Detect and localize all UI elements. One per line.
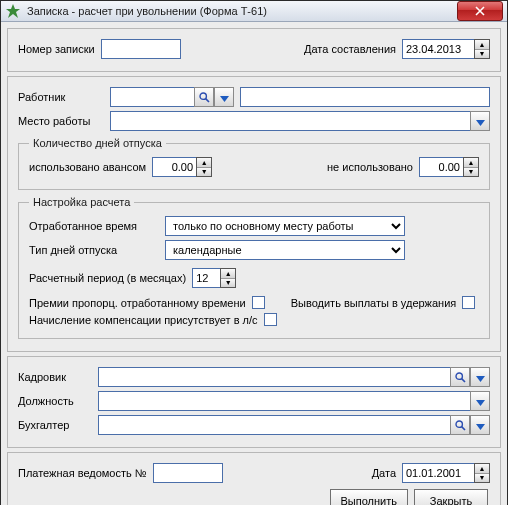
- payroll-input[interactable]: [153, 463, 223, 483]
- output-deductions-label: Выводить выплаты в удержания: [291, 297, 457, 309]
- svg-point-4: [456, 421, 462, 427]
- accountant-lookup: [98, 415, 490, 435]
- close-button[interactable]: Закрыть: [414, 489, 488, 505]
- note-number-input[interactable]: [101, 39, 181, 59]
- period-spinner[interactable]: ▲▼: [192, 268, 236, 288]
- svg-line-3: [461, 378, 464, 381]
- calc-settings-group: Настройка расчета Отработанное время тол…: [18, 196, 490, 339]
- dropdown-icon[interactable]: [214, 87, 234, 107]
- compose-date-input[interactable]: [402, 39, 474, 59]
- spin-buttons[interactable]: ▲▼: [196, 157, 212, 177]
- calc-settings-legend: Настройка расчета: [29, 196, 134, 208]
- spin-buttons[interactable]: ▲▼: [474, 463, 490, 483]
- execute-button[interactable]: Выполнить: [330, 489, 408, 505]
- bonus-prop-label: Премии пропорц. отработанному времени: [29, 297, 246, 309]
- vacation-days-group: Количество дней отпуска использовано ава…: [18, 137, 490, 190]
- payroll-label: Платежная ведомость №: [18, 467, 147, 479]
- dialog-window: Записка - расчет при увольнении (Форма Т…: [0, 0, 508, 505]
- hr-lookup: [98, 367, 490, 387]
- position-label: Должность: [18, 395, 92, 407]
- accountant-input[interactable]: [98, 415, 450, 435]
- used-advance-input[interactable]: [152, 157, 196, 177]
- period-input[interactable]: [192, 268, 220, 288]
- window-title: Записка - расчет при увольнении (Форма Т…: [27, 5, 457, 17]
- footer-date-label: Дата: [372, 467, 396, 479]
- position-input[interactable]: [98, 391, 470, 411]
- compose-date-spinner[interactable]: ▲▼: [402, 39, 490, 59]
- compose-date-spin-buttons[interactable]: ▲▼: [474, 39, 490, 59]
- signers-panel: Кадровик Должность Бухгалтер: [7, 356, 501, 448]
- hr-label: Кадровик: [18, 371, 92, 383]
- svg-line-1: [205, 98, 208, 101]
- worked-time-select[interactable]: только по основному месту работы: [165, 216, 405, 236]
- hr-input[interactable]: [98, 367, 450, 387]
- accountant-label: Бухгалтер: [18, 419, 92, 431]
- header-panel: Номер записки Дата составления ▲▼: [7, 28, 501, 72]
- dropdown-icon[interactable]: [470, 111, 490, 131]
- dropdown-icon[interactable]: [470, 367, 490, 387]
- dropdown-icon[interactable]: [470, 415, 490, 435]
- titlebar: Записка - расчет при увольнении (Форма Т…: [1, 1, 507, 22]
- position-lookup: [98, 391, 490, 411]
- worker-name-input[interactable]: [240, 87, 490, 107]
- close-window-button[interactable]: [457, 1, 503, 21]
- workplace-lookup: [110, 111, 490, 131]
- compose-date-label: Дата составления: [304, 43, 396, 55]
- used-advance-spinner[interactable]: ▲▼: [152, 157, 212, 177]
- search-icon[interactable]: [194, 87, 214, 107]
- output-deductions-checkbox[interactable]: [462, 296, 475, 309]
- app-icon: [5, 3, 21, 19]
- worker-input[interactable]: [110, 87, 194, 107]
- not-used-label: не использовано: [327, 161, 413, 173]
- not-used-input[interactable]: [419, 157, 463, 177]
- client-area: Номер записки Дата составления ▲▼ Работн…: [1, 22, 507, 505]
- employee-panel: Работник Место работы: [7, 76, 501, 352]
- search-icon[interactable]: [450, 367, 470, 387]
- comp-in-ls-label: Начисление компенсации присутствует в л/…: [29, 314, 258, 326]
- close-icon: [475, 6, 485, 16]
- note-number-label: Номер записки: [18, 43, 95, 55]
- bonus-prop-checkbox[interactable]: [252, 296, 265, 309]
- worked-time-label: Отработанное время: [29, 220, 159, 232]
- spin-buttons[interactable]: ▲▼: [220, 268, 236, 288]
- vacation-days-legend: Количество дней отпуска: [29, 137, 166, 149]
- worker-lookup: [110, 87, 234, 107]
- footer-date-input[interactable]: [402, 463, 474, 483]
- footer-panel: Платежная ведомость № Дата ▲▼ Выполнить …: [7, 452, 501, 505]
- dropdown-icon[interactable]: [470, 391, 490, 411]
- day-type-label: Тип дней отпуска: [29, 244, 159, 256]
- comp-in-ls-checkbox[interactable]: [264, 313, 277, 326]
- search-icon[interactable]: [450, 415, 470, 435]
- spin-buttons[interactable]: ▲▼: [463, 157, 479, 177]
- worker-label: Работник: [18, 91, 104, 103]
- day-type-select[interactable]: календарные: [165, 240, 405, 260]
- svg-line-5: [461, 426, 464, 429]
- used-advance-label: использовано авансом: [29, 161, 146, 173]
- workplace-input[interactable]: [110, 111, 470, 131]
- svg-point-2: [456, 373, 462, 379]
- workplace-label: Место работы: [18, 115, 104, 127]
- svg-point-0: [200, 93, 206, 99]
- period-label: Расчетный период (в месяцах): [29, 272, 186, 284]
- not-used-spinner[interactable]: ▲▼: [419, 157, 479, 177]
- footer-date-spinner[interactable]: ▲▼: [402, 463, 490, 483]
